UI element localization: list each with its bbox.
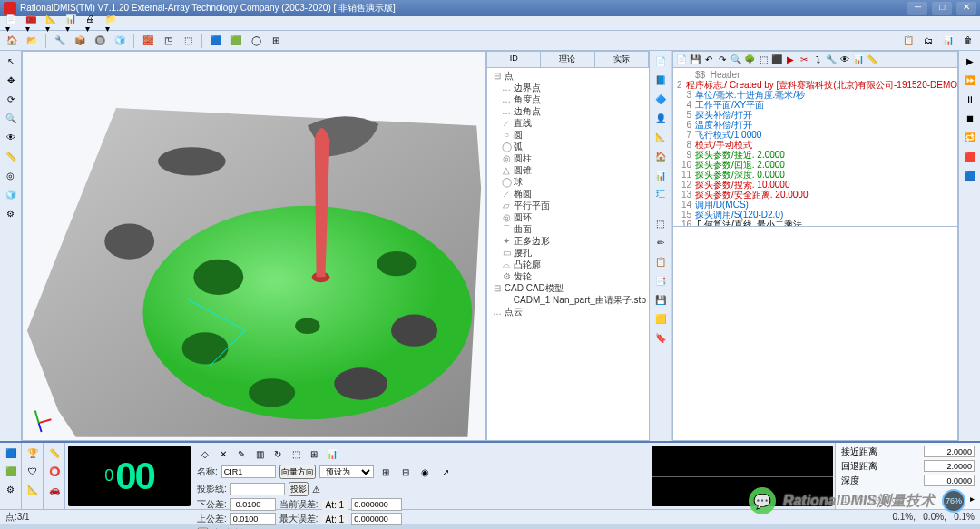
tool-icon[interactable]: ⬚ (757, 54, 769, 66)
project-button[interactable]: 投影 (289, 482, 309, 496)
small-icon[interactable]: ↻ (270, 446, 286, 462)
tool-button[interactable]: 🔧 (52, 33, 68, 49)
tool-button[interactable]: ⊞ (268, 33, 284, 49)
projline-input[interactable] (230, 483, 285, 495)
small-icon[interactable]: ◉ (417, 464, 434, 480)
right-tool-icon[interactable]: ⏩ (962, 72, 978, 88)
tool-button[interactable]: 🧱 (140, 33, 156, 49)
script-tool-icon[interactable]: 📊 (652, 167, 669, 183)
small-icon[interactable]: ↗ (437, 464, 454, 480)
small-icon[interactable]: ◇ (197, 446, 213, 462)
tool-button[interactable]: ◳ (160, 33, 176, 49)
panel-toggle-icon[interactable]: 📊 (940, 33, 956, 49)
script-tool-icon[interactable]: 🏠 (652, 148, 669, 164)
tree-node[interactable]: … 角度点 (489, 93, 647, 105)
tree-node[interactable]: ◯ 弧 (489, 141, 647, 152)
feature-icon[interactable]: ⭕ (46, 463, 63, 479)
tree-node[interactable]: ▭ 腰孔 (489, 247, 647, 259)
tree-node[interactable]: ⊟ 点 (489, 70, 647, 82)
small-icon[interactable]: ⊞ (306, 446, 322, 462)
open-button[interactable]: 📂 (24, 33, 40, 49)
script-tool-icon[interactable]: 🔷 (652, 91, 669, 107)
right-tool-icon[interactable]: ⏸ (962, 91, 978, 107)
view-tool-icon[interactable]: 👁 (3, 129, 19, 145)
tree-node[interactable]: ○ 圆 (489, 129, 647, 141)
feature-icon[interactable]: 🟩 (3, 463, 19, 479)
right-tool-icon[interactable]: 🔁 (962, 129, 978, 145)
menu-icon[interactable]: 🧰▾ (25, 17, 38, 30)
tree-node[interactable]: ⊟ CAD CAD模型 (489, 282, 647, 294)
tool-icon[interactable]: 📏 (866, 54, 878, 66)
menu-icon[interactable]: 📁▾ (105, 17, 118, 30)
3d-viewport[interactable] (22, 51, 486, 441)
cad-tool-icon[interactable]: 🧊 (3, 186, 19, 202)
feature-tool-icon[interactable]: ◎ (3, 167, 19, 183)
feature-icon[interactable]: 📏 (46, 445, 63, 461)
pan-tool-icon[interactable]: ✥ (3, 72, 19, 88)
tree-icon[interactable]: 🌳 (743, 54, 756, 66)
close-button[interactable]: ✕ (956, 2, 976, 15)
uptol-input[interactable] (230, 513, 276, 525)
script-editor[interactable]: $$ Header2程序标志./ Created by [壹科赛瑞科技(北京)有… (673, 68, 957, 227)
right-tool-icon[interactable]: ▶ (962, 53, 978, 69)
tree-body[interactable]: ⊟ 点… 边界点… 角度点… 边角点⟋ 直线○ 圆◯ 弧◎ 圆柱△ 圆锥◯ 球⟋… (487, 68, 649, 440)
save-icon[interactable]: 💾 (689, 54, 701, 66)
stat-input[interactable] (924, 460, 975, 472)
script-tool-icon[interactable]: 🔖 (652, 329, 669, 346)
small-icon[interactable]: ⊞ (377, 464, 394, 480)
feature-icon[interactable]: 🛡 (24, 463, 41, 479)
play-icon[interactable]: ▶ (784, 54, 797, 66)
tool-icon[interactable]: ⬛ (770, 54, 783, 66)
home-button[interactable]: 🏠 (4, 33, 20, 49)
curerr-value[interactable] (351, 498, 402, 511)
right-tool-icon[interactable]: 🟥 (962, 148, 978, 164)
panel-toggle-icon[interactable]: 🗑 (960, 33, 976, 49)
feature-icon[interactable]: 🏆 (24, 445, 41, 461)
tree-node[interactable]: ◯ 球 (489, 176, 647, 188)
maxerr-value[interactable] (351, 513, 402, 525)
tool-button[interactable]: 📦 (72, 33, 88, 49)
lowtol-input[interactable] (230, 498, 276, 511)
right-tool-icon[interactable]: ⏹ (962, 110, 978, 126)
script-tool-icon[interactable]: 📘 (652, 72, 669, 88)
feature-icon[interactable]: 🟦 (3, 445, 19, 461)
panel-toggle-icon[interactable]: 🗂 (920, 33, 936, 49)
undo-icon[interactable]: ↶ (702, 54, 715, 66)
redo-icon[interactable]: ↷ (716, 54, 729, 66)
tree-node[interactable]: ◎ 圆柱 (489, 152, 647, 164)
tool-icon[interactable]: 📊 (852, 54, 865, 66)
script-tool-icon[interactable]: 💾 (652, 291, 669, 308)
small-icon[interactable]: ✎ (233, 446, 250, 462)
menu-icon[interactable]: 📄▾ (5, 17, 18, 30)
menu-icon[interactable]: 📊▾ (65, 17, 78, 30)
zoom-tool-icon[interactable]: 🔍 (3, 110, 19, 126)
step-icon[interactable]: ⤵ (811, 54, 824, 66)
tool-icon[interactable]: 🔧 (825, 54, 838, 66)
feature-icon[interactable]: 🚗 (46, 481, 63, 497)
panel-toggle-icon[interactable]: 📋 (900, 33, 916, 49)
small-icon[interactable]: ▥ (251, 446, 268, 462)
menu-icon[interactable]: 🖨▾ (85, 17, 98, 30)
small-icon[interactable]: ✕ (215, 446, 231, 462)
script-tool-icon[interactable]: 🟨 (652, 310, 669, 327)
preset-select[interactable]: 预设为 (319, 465, 374, 478)
script-tool-icon[interactable]: 📋 (652, 253, 669, 269)
find-icon[interactable]: 🔍 (730, 54, 742, 66)
minimize-button[interactable]: ─ (907, 2, 927, 15)
script-tool-icon[interactable]: 📑 (652, 272, 669, 289)
tool-button[interactable]: 🟩 (228, 33, 244, 49)
rotate-tool-icon[interactable]: ⟳ (3, 91, 19, 107)
right-tool-icon[interactable]: 🟦 (962, 167, 978, 183)
name-input[interactable] (221, 465, 276, 478)
tool-button[interactable]: 🧊 (112, 33, 128, 49)
stat-input[interactable] (924, 446, 975, 457)
script-tool-icon[interactable]: ⬚ (652, 215, 669, 231)
tree-node[interactable]: ▱ 平行平面 (489, 200, 647, 211)
feature-icon[interactable]: ⚙ (3, 481, 19, 497)
tree-node[interactable]: CADM_1 Nan_part_由请果子.stp (489, 294, 647, 306)
small-icon[interactable]: 📊 (324, 446, 340, 462)
feature-icon[interactable]: 📐 (24, 481, 41, 497)
tree-node[interactable]: ✦ 正多边形 (489, 235, 647, 247)
cut-icon[interactable]: ✂ (798, 54, 810, 66)
expand-icon[interactable]: ▸ (970, 494, 975, 506)
